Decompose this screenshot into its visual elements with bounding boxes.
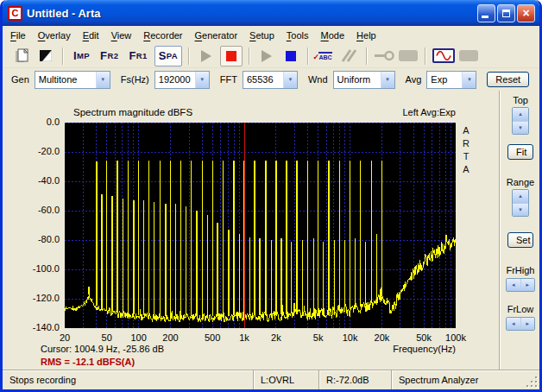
chevron-down-icon[interactable]: ▼	[381, 72, 394, 88]
resize-grip[interactable]	[520, 370, 539, 389]
menu-help[interactable]: Help	[350, 28, 382, 43]
blank2-disabled-icon	[459, 50, 478, 61]
calibrate-button-disabled	[374, 46, 394, 66]
y-tick-label: -20.0	[18, 146, 60, 156]
y-tick-label: -60.0	[18, 205, 60, 215]
sample-rate-value: 192000	[159, 74, 191, 85]
close-button[interactable]: ×	[517, 4, 535, 22]
range-spinner[interactable]: ▲ ▼	[512, 189, 529, 217]
range-up-button[interactable]: ▲	[513, 190, 528, 204]
frhigh-left-button[interactable]: ◄	[507, 279, 521, 291]
stop-button[interactable]	[280, 46, 301, 66]
range-down-button[interactable]: ▼	[513, 204, 528, 217]
toolbar-separator	[366, 47, 368, 65]
play-generator-button[interactable]	[256, 46, 277, 66]
toolbar: IMP FR2 FR1 SPA ✓ABC	[3, 44, 539, 68]
sample-rate-select[interactable]: 192000 ▼	[154, 71, 210, 89]
top-up-button[interactable]: ▲	[513, 108, 528, 122]
y-tick-label: -80.0	[18, 234, 60, 244]
gen-label: Gen	[11, 74, 29, 85]
x-axis-label: Frequency(Hz)	[331, 344, 456, 354]
controls-bar: Gen Multitone ▼ Fs(Hz) 192000 ▼ FFT 6553…	[3, 68, 539, 91]
generator-value: Multitone	[39, 74, 78, 85]
frhigh-spinner[interactable]: ◄ ►	[506, 278, 535, 292]
window-select[interactable]: Uniform ▼	[333, 71, 395, 89]
y-tick-label: -100.0	[18, 263, 60, 274]
status-left-level: L:OVRL	[253, 370, 318, 389]
signal-generator-button[interactable]	[432, 46, 455, 66]
fit-button[interactable]: Fit	[507, 144, 533, 160]
y-tick-label: 0.0	[18, 117, 60, 127]
app-icon[interactable]: C	[8, 6, 22, 21]
toolbar-imp-button[interactable]: IMP	[70, 46, 93, 66]
x-tick-label: 100k	[437, 332, 475, 343]
chevron-down-icon[interactable]: ▼	[96, 72, 110, 88]
top-label: Top	[501, 95, 540, 105]
overlay-flag-icon	[40, 50, 52, 61]
maximize-icon	[502, 9, 510, 17]
frlow-left-button[interactable]: ◄	[507, 318, 521, 330]
fs-label: Fs(Hz)	[121, 74, 149, 85]
toolbar-spa-button[interactable]: SPA	[154, 46, 182, 66]
status-message: Stops recording	[3, 370, 253, 389]
top-spinner[interactable]: ▲ ▼	[512, 107, 529, 135]
toolbar-fr2-button[interactable]: FR2	[97, 46, 122, 66]
chart-title: Spectrum magnitude dBFS	[73, 107, 192, 117]
menu-recorder[interactable]: Recorder	[137, 28, 188, 43]
generator-select[interactable]: Multitone ▼	[35, 71, 110, 89]
frlow-spinner[interactable]: ◄ ►	[506, 317, 535, 331]
fft-size-value: 65536	[247, 74, 274, 85]
menu-edit[interactable]: Edit	[77, 28, 105, 43]
overlay-button[interactable]	[35, 46, 56, 66]
fft-label: FFT	[220, 74, 237, 85]
menu-tools[interactable]: Tools	[280, 28, 315, 43]
reset-button[interactable]: Reset	[487, 72, 529, 87]
chevron-down-icon[interactable]: ▼	[195, 72, 209, 88]
top-down-button[interactable]: ▼	[513, 122, 528, 135]
chevron-down-icon[interactable]: ▼	[283, 72, 297, 88]
record-icon	[226, 51, 236, 61]
menu-overlay[interactable]: Overlay	[32, 28, 77, 43]
spell-check-button[interactable]: ✓ABC	[315, 46, 336, 66]
y-tick-label: -120.0	[18, 293, 60, 303]
status-right-level: R:-72.0dB	[318, 370, 391, 389]
x-tick-label: 20k	[362, 332, 400, 343]
minimize-icon	[482, 16, 488, 18]
minimize-button[interactable]	[477, 4, 495, 22]
x-tick-label: 20	[46, 332, 84, 343]
menu-generator[interactable]: Generator	[189, 28, 244, 43]
maximize-button[interactable]	[497, 4, 515, 22]
chart-area: Spectrum magnitude dBFS Left Avg:Exp ART…	[3, 91, 500, 370]
signal-generator-icon	[432, 48, 455, 63]
menu-view[interactable]: View	[105, 28, 138, 43]
rms-readout: RMS = -12.1 dBFS(A)	[41, 357, 135, 367]
menu-file[interactable]: File	[4, 28, 32, 43]
avg-label: Avg	[406, 74, 422, 85]
spectrum-plot[interactable]	[65, 123, 456, 328]
close-icon: ×	[522, 7, 529, 19]
toolbar-fr1-button[interactable]: FR1	[125, 46, 150, 66]
main-area: Spectrum magnitude dBFS Left Avg:Exp ART…	[3, 91, 539, 370]
scope-disabled-icon	[340, 49, 359, 62]
record-button[interactable]	[220, 46, 243, 66]
frhigh-right-button[interactable]: ►	[521, 279, 535, 291]
set-button[interactable]: Set	[507, 232, 533, 248]
side-panel: Top ▲ ▼ Fit Range ▲ ▼ Set FrHigh ◄ ► FrL…	[500, 91, 539, 370]
menu-mode[interactable]: Mode	[315, 28, 351, 43]
window-value: Uniform	[337, 74, 371, 85]
new-document-button[interactable]	[11, 46, 32, 66]
frlow-right-button[interactable]: ►	[521, 318, 535, 330]
frhigh-label: FrHigh	[501, 265, 540, 275]
fft-size-select[interactable]: 65536 ▼	[243, 71, 298, 89]
averaging-value: Exp	[431, 74, 447, 85]
x-tick-label: 2k	[257, 332, 295, 343]
averaging-select[interactable]: Exp ▼	[426, 71, 476, 89]
title-bar[interactable]: C Untitled - Arta ×	[3, 0, 539, 26]
spell-abc-icon: ✓ABC	[318, 52, 331, 60]
menu-setup[interactable]: Setup	[243, 28, 280, 43]
status-mode: Spectrum Analyzer	[391, 370, 520, 389]
blank-disabled-icon	[399, 50, 418, 61]
play-button[interactable]	[196, 46, 217, 66]
chevron-down-icon[interactable]: ▼	[462, 72, 476, 88]
arta-watermark: ARTA	[461, 125, 471, 177]
